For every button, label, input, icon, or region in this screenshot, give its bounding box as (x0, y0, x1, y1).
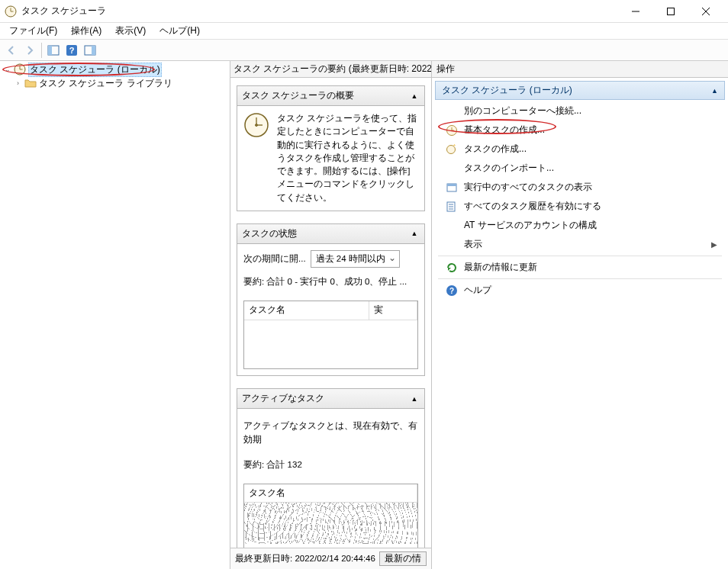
status-title: タスクの状態 (242, 227, 297, 240)
tree-library-label: タスク スケジューラ ライブラリ (39, 77, 172, 90)
action-create-basic-task[interactable]: 基本タスクの作成... (433, 121, 726, 140)
summary-header: タスク スケジューラの要約 (最終更新日時: 2022/02/14 (230, 61, 431, 78)
overview-panel: タスク スケジューラの概要 ▲ タスク スケジューラを使って、指定したときにコン… (237, 85, 425, 211)
actions-pane-title: 操作 (432, 61, 728, 78)
action-refresh[interactable]: 最新の情報に更新 (433, 258, 726, 277)
running-tasks-icon (446, 182, 458, 194)
clock-icon (14, 63, 26, 76)
period-dropdown[interactable]: 過去 24 時間以内 (311, 250, 400, 268)
close-button[interactable] (688, 0, 723, 23)
minimize-button[interactable] (618, 0, 653, 23)
collapse-up-icon[interactable]: ▲ (409, 228, 420, 239)
action-label: 最新の情報に更新 (464, 261, 537, 274)
show-hide-actions-button[interactable] (82, 42, 98, 59)
collapse-up-icon[interactable]: ▲ (711, 87, 718, 95)
overview-title: タスク スケジューラの概要 (242, 89, 354, 102)
action-show-running[interactable]: 実行中のすべてのタスクの表示 (433, 178, 726, 197)
refresh-icon (446, 262, 458, 274)
menu-help[interactable]: ヘルプ(H) (153, 23, 206, 39)
active-panel: アクティブなタスク ▲ アクティブなタスクとは、現在有効で、有効期 要約: 合計… (237, 388, 425, 548)
submenu-arrow-icon: ▶ (711, 240, 717, 249)
action-label: 基本タスクの作成... (464, 124, 545, 137)
action-help[interactable]: ? ヘルプ (433, 281, 726, 300)
active-task-list[interactable]: タスク名 (243, 484, 418, 548)
svg-point-19 (256, 124, 258, 127)
help-icon: ? (446, 284, 458, 297)
collapse-up-icon[interactable]: ▲ (409, 394, 420, 404)
actions-group-title: タスク スケジューラ (ローカル) (442, 84, 572, 97)
toolbar: ? (0, 40, 728, 61)
action-separator (438, 256, 722, 256)
show-hide-tree-button[interactable] (45, 42, 62, 59)
tree-pane: ⌄ タスク スケジューラ (ローカル) › タスク スケジューラ ライブラリ (0, 61, 230, 569)
action-label: すべてのタスク履歴を有効にする (464, 200, 601, 213)
tree-library-node[interactable]: › タスク スケジューラ ライブラリ (0, 76, 230, 90)
menu-action[interactable]: 操作(A) (65, 23, 108, 39)
history-icon (446, 201, 458, 213)
overview-text: タスク スケジューラを使って、指定したときにコンピューターで自動的に実行されるよ… (277, 112, 418, 204)
status-panel-header[interactable]: タスクの状態 ▲ (237, 224, 424, 244)
action-label: 実行中のすべてのタスクの表示 (464, 181, 592, 194)
action-label: タスクの作成... (464, 143, 527, 156)
menu-view[interactable]: 表示(V) (109, 23, 152, 39)
clock-large-icon (243, 112, 269, 138)
actions-pane: 操作 タスク スケジューラ (ローカル) ▲ 別のコンピューターへ接続... 基… (432, 61, 728, 569)
summary-pane: タスク スケジューラの要約 (最終更新日時: 2022/02/14 タスク スケ… (230, 61, 432, 569)
svg-rect-25 (447, 184, 456, 186)
clock-icon (446, 124, 458, 137)
svg-text:?: ? (69, 46, 75, 55)
main-area: ⌄ タスク スケジューラ (ローカル) › タスク スケジューラ ライブラリ タ… (0, 61, 728, 569)
window-title: タスク スケジューラ (21, 5, 618, 18)
actions-group-header[interactable]: タスク スケジューラ (ローカル) ▲ (435, 81, 725, 100)
action-at-account[interactable]: AT サービスのアカウントの構成 (433, 216, 726, 235)
action-label: AT サービスのアカウントの構成 (464, 219, 597, 232)
collapse-up-icon[interactable]: ▲ (409, 91, 420, 101)
active-desc: アクティブなタスクとは、現在有効で、有効期 (243, 415, 418, 451)
blank-icon (446, 162, 458, 175)
clock-new-icon (446, 143, 458, 156)
svg-text:?: ? (449, 287, 454, 295)
back-button (3, 42, 20, 59)
tree-expander-icon[interactable]: › (14, 79, 22, 88)
status-panel: タスクの状態 ▲ 次の期間に開... 過去 24 時間以内 要約: 合計 0 -… (237, 223, 425, 377)
app-clock-icon (5, 5, 17, 18)
action-view-submenu[interactable]: 表示 ▶ (433, 235, 726, 254)
active-summary: 要約: 合計 132 (243, 454, 418, 476)
folder-icon (24, 77, 37, 89)
tree-root-label: タスク スケジューラ (ローカル) (30, 64, 160, 75)
col-task-result: 実 (369, 301, 417, 319)
active-panel-header[interactable]: アクティブなタスク ▲ (237, 389, 424, 409)
menu-file[interactable]: ファイル(F) (3, 23, 63, 39)
tree-expander-icon[interactable]: ⌄ (3, 66, 11, 74)
action-label: 別のコンピューターへ接続... (464, 104, 581, 117)
blank-icon (446, 220, 458, 232)
svg-rect-8 (48, 46, 52, 55)
col-task-name: タスク名 (244, 301, 369, 319)
status-task-list[interactable]: タスク名 実 (243, 301, 418, 369)
status-list-body (244, 320, 417, 326)
refresh-button[interactable]: 最新の情 (379, 551, 427, 566)
action-create-task[interactable]: タスクの作成... (433, 140, 726, 159)
title-bar: タスク スケジューラ (0, 0, 728, 23)
tree-root-node[interactable]: ⌄ タスク スケジューラ (ローカル) (0, 63, 230, 76)
toolbar-separator (41, 43, 42, 58)
forward-button (21, 42, 38, 59)
active-title: アクティブなタスク (242, 392, 324, 405)
menu-bar: ファイル(F) 操作(A) 表示(V) ヘルプ(H) (0, 23, 728, 40)
summary-content: タスク スケジューラの概要 ▲ タスク スケジューラを使って、指定したときにコン… (230, 78, 431, 548)
action-enable-history[interactable]: すべてのタスク履歴を有効にする (433, 197, 726, 216)
action-import-task[interactable]: タスクのインポート... (433, 159, 726, 178)
action-label: ヘルプ (464, 284, 491, 297)
svg-point-23 (447, 145, 456, 153)
blank-icon (446, 105, 458, 117)
svg-rect-4 (668, 8, 675, 14)
last-refresh-label: 最終更新日時: 2022/02/14 20:44:46 (235, 553, 375, 564)
period-label: 次の期間に開... (243, 252, 306, 265)
action-label: タスクのインポート... (464, 162, 554, 175)
help-toolbar-button[interactable]: ? (63, 42, 80, 59)
status-summary: 要約: 合計 0 - 実行中 0、成功 0、停止 ... (243, 271, 418, 293)
maximize-button[interactable] (653, 0, 688, 23)
action-connect-computer[interactable]: 別のコンピューターへ接続... (433, 101, 726, 121)
action-label: 表示 (464, 238, 482, 251)
overview-panel-header[interactable]: タスク スケジューラの概要 ▲ (237, 86, 424, 106)
